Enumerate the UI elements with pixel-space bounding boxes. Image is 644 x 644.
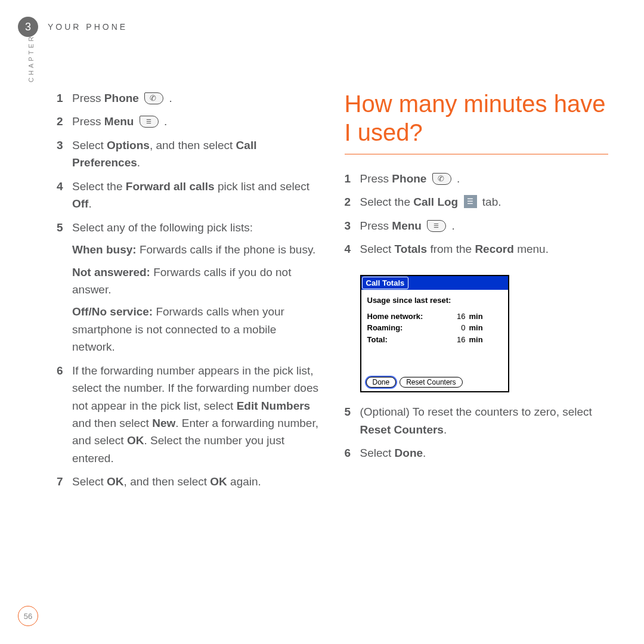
text: Select the [360,196,414,208]
call-totals-buttons: Done Reset Counters [361,350,508,391]
page-number: 56 [18,606,38,626]
text: tab. [482,196,501,208]
r-step-3: Press Menu . [345,217,609,240]
text: Select [360,243,395,255]
text: menu. [514,243,549,255]
ct-row-total: Total: 16 min [367,334,502,346]
right-step-list: Press Phone . Select the Call Log tab. P… [345,170,609,264]
ct-row-roaming: Roaming: 0 min [367,322,502,334]
done-button[interactable]: Done [366,377,397,388]
sub-para-off-no-service: Off/No service: Forwards calls when your… [72,298,321,355]
bold-text: Edit Numbers [237,400,311,412]
right-column: How many minutes have I used? Press Phon… [345,89,609,497]
left-step-list: Press Phone . Press Menu . Select Option… [57,89,321,497]
bold-text: Totals [395,243,428,255]
step-7: Select OK, and then select OK again. [57,473,321,496]
bold-text: Not answered: [72,266,150,278]
ct-row-home: Home network: 16 min [367,311,502,323]
text: pick list and select [215,180,309,193]
step-2: Press Menu . [57,113,321,136]
text: Press [72,92,104,104]
section-heading: How many minutes have I used? [345,89,609,154]
step-6: If the forwarding number appears in the … [57,362,321,473]
bold-text: OK [127,434,144,447]
text: Press [360,219,392,232]
bold-text: Call Log [413,196,458,208]
bold-text: Menu [392,219,422,232]
r-step-6: Select Done. [345,444,609,467]
text: . [166,92,172,104]
bold-text: Forward all calls [126,180,215,193]
sub-para-not-answered: Not answered: Forwards calls if you do n… [72,259,321,299]
r-step-5: (Optional) To reset the counters to zero… [345,403,609,444]
text: . [448,219,455,232]
text: , and then select [124,475,210,488]
text: Select any of the following pick lists: [72,221,253,234]
reset-counters-button[interactable]: Reset Counters [400,377,462,388]
text: Select [360,447,395,459]
bold-text: Off/No service: [72,305,153,318]
ct-value: 16 [448,334,466,346]
call-totals-window: Call Totals Usage since last reset: Home… [360,275,509,393]
chapter-side-label: CHAPTER [27,34,35,82]
ct-value: 16 [448,311,466,323]
text: . [161,115,168,128]
section-title: YOUR PHONE [48,22,128,32]
menu-key-icon [140,116,159,128]
call-totals-subtitle: Usage since last reset: [367,296,502,305]
text: , and then select [150,139,236,151]
bold-text: When busy: [72,243,137,256]
text: Forwards calls if the phone is busy. [137,243,316,256]
sub-para-when-busy: When busy: Forwards calls if the phone i… [72,236,321,258]
ct-label: Home network: [367,311,448,323]
menu-key-icon [427,220,446,232]
text: Select [72,139,107,151]
step-3: Select Options, and then select Call Pre… [57,137,321,178]
step-5: Select any of the following pick lists: … [57,219,321,362]
bold-text: Reset Counters [360,423,444,436]
step-4: Select the Forward all calls pick list a… [57,178,321,219]
bold-text: Done [395,447,423,459]
bold-text: Phone [104,92,139,104]
ct-label: Roaming: [367,322,448,334]
r-step-4: Select Totals from the Record menu. [345,240,609,264]
bold-text: Phone [392,172,426,185]
r-step-1: Press Phone . [345,170,609,193]
content-columns: Press Phone . Press Menu . Select Option… [57,89,608,497]
bold-text: New [152,417,175,429]
phone-key-icon [432,173,451,185]
text: from the [427,243,475,255]
bold-text: Menu [104,115,134,128]
bold-text: Record [475,243,513,255]
text: Select the [72,180,126,193]
text: (Optional) To reset the counters to zero… [360,405,592,418]
right-step-list-cont: (Optional) To reset the counters to zero… [345,403,609,467]
text: and then select [72,417,152,429]
ct-value: 0 [448,322,466,334]
step-1: Press Phone . [57,89,321,113]
text: . [423,447,426,459]
bold-text: OK [107,475,124,488]
text: . [444,423,447,436]
ct-unit: min [466,334,483,346]
text: again. [227,475,261,488]
text: Press [360,172,392,185]
r-step-2: Select the Call Log tab. [345,193,609,216]
text: . [88,197,91,210]
manual-page: 3 YOUR PHONE CHAPTER Press Phone . Press… [0,0,644,644]
bold-text: OK [210,475,227,488]
text: Select [72,475,107,488]
calllog-tab-icon [464,195,477,208]
phone-key-icon [144,92,163,104]
bold-text: Options [107,139,150,151]
left-column: Press Phone . Press Menu . Select Option… [57,89,321,497]
call-totals-title: Call Totals [362,277,409,289]
bold-text: Off [72,197,88,210]
ct-unit: min [466,322,483,334]
ct-unit: min [466,311,483,323]
call-totals-titlebar: Call Totals [361,276,508,290]
call-totals-body: Usage since last reset: Home network: 16… [361,290,508,351]
ct-label: Total: [367,334,448,346]
text: . [454,172,460,185]
text: . [137,156,140,169]
